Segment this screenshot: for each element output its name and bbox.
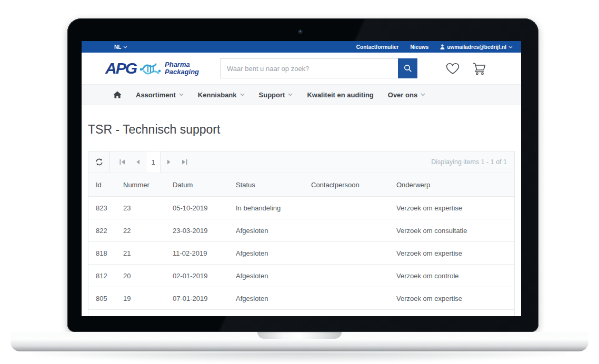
table-cell — [304, 265, 389, 287]
prev-page-button[interactable] — [130, 151, 146, 173]
table-cell — [304, 197, 389, 219]
next-page-button[interactable] — [161, 151, 176, 173]
refresh-icon — [95, 158, 103, 166]
table-cell: 19 — [116, 287, 165, 310]
grid-status-text: Displaying items 1 - 1 of 1 — [431, 158, 514, 166]
browser-viewport: NL Contactformulier Nieuws uwmailadres@b… — [82, 41, 521, 316]
laptop-notch — [257, 332, 342, 339]
column-header-datum[interactable]: Datum — [165, 173, 228, 197]
table-cell — [304, 310, 389, 317]
next-page-icon — [167, 159, 171, 165]
user-icon — [440, 44, 445, 49]
table-cell: Afgesloten — [228, 287, 304, 310]
logo-brand-line1: Pharma — [165, 61, 199, 68]
nav-item-kwaliteit-en-auditing[interactable]: Kwaliteit en auditing — [307, 91, 373, 99]
grid-pager: 1 — [114, 151, 192, 173]
table-cell: 11-02-2019 — [165, 242, 228, 265]
table-cell: 18 — [116, 310, 165, 317]
table-row[interactable]: 8232305-10-2019In behandelingVerzoek om … — [88, 197, 514, 219]
table-cell: Afgesloten — [228, 310, 304, 317]
table-cell: 23 — [116, 197, 165, 219]
table-row[interactable]: 8051907-01-2019AfgeslotenVerzoek om expe… — [88, 287, 514, 310]
language-label: NL — [114, 44, 121, 50]
table-cell: In behandeling — [228, 197, 304, 219]
favorites-button[interactable] — [446, 63, 460, 75]
first-page-button[interactable] — [114, 151, 130, 173]
column-header-nummer[interactable]: Nummer — [116, 173, 165, 197]
table-cell: 801 — [88, 310, 116, 317]
current-page-indicator[interactable]: 1 — [146, 151, 161, 173]
table-cell: Afgesloten — [228, 265, 304, 287]
table-cell: Verzoek om expertise — [389, 197, 514, 219]
cart-button[interactable] — [472, 62, 486, 75]
laptop-reflection — [32, 352, 567, 362]
tsr-table: Id Nummer Datum Status Contactpersoon On… — [88, 173, 514, 316]
table-cell: Verzoek om controle — [389, 265, 514, 287]
table-cell — [304, 287, 389, 310]
column-header-contactpersoon[interactable]: Contactpersoon — [304, 173, 389, 197]
column-header-status[interactable]: Status — [228, 173, 304, 197]
table-cell: 823 — [88, 197, 116, 219]
last-page-button[interactable] — [176, 151, 192, 173]
logo-brand-line2: Packaging — [165, 68, 199, 76]
search-bar — [220, 58, 417, 78]
table-row[interactable]: 8182111-02-2019AfgeslotenVerzoek om expe… — [88, 242, 514, 265]
dna-icon — [139, 60, 162, 76]
nav-item-support[interactable]: Support — [259, 91, 293, 99]
topbar-link-contactformulier[interactable]: Contactformulier — [356, 44, 399, 50]
nav-home[interactable] — [113, 91, 122, 98]
search-input[interactable] — [220, 58, 398, 78]
account-menu[interactable]: uwmailadres@bedrijf.nl — [440, 44, 513, 50]
table-cell: 812 — [88, 265, 116, 287]
table-cell: Verzoek om expertise — [389, 242, 514, 265]
home-icon — [113, 91, 122, 98]
language-selector[interactable]: NL — [114, 44, 127, 50]
table-cell: Afgesloten — [228, 242, 304, 265]
last-page-icon — [182, 159, 187, 165]
chevron-down-icon — [421, 93, 425, 96]
column-header-onderwerp[interactable]: Onderwerp — [389, 173, 514, 197]
main-nav: Assortiment Kennisbank Support Kwaliteit… — [82, 84, 521, 105]
table-cell: Verzoek om expertise — [389, 287, 514, 310]
table-cell: 805 — [88, 287, 116, 310]
table-cell: 22 — [116, 219, 165, 242]
account-email: uwmailadres@bedrijf.nl — [447, 44, 506, 50]
column-header-id[interactable]: Id — [88, 173, 116, 197]
table-cell — [304, 219, 389, 242]
heart-icon — [446, 63, 460, 75]
table-header-row: Id Nummer Datum Status Contactpersoon On… — [88, 173, 514, 197]
grid-toolbar: 1 Displaying items 1 - 1 of 1 — [88, 151, 514, 173]
nav-item-kennisbank[interactable]: Kennisbank — [198, 91, 245, 99]
refresh-button[interactable] — [88, 151, 110, 173]
table-row[interactable]: 8122002-01-2019AfgeslotenVerzoek om cont… — [88, 265, 514, 287]
chevron-down-icon — [179, 93, 184, 96]
table-cell: 20 — [116, 265, 165, 287]
chevron-down-icon — [240, 93, 245, 96]
nav-item-assortiment[interactable]: Assortiment — [136, 91, 184, 99]
table-cell: 21 — [116, 242, 165, 265]
site-header: APG Pharma Packaging — [82, 53, 521, 84]
table-cell: 818 — [88, 242, 116, 265]
chevron-down-icon — [508, 46, 513, 48]
table-row[interactable]: 8011806-12-2018AfgeslotenVerzoek om expe… — [88, 310, 514, 317]
table-cell: 06-12-2018 — [165, 310, 228, 317]
logo-acronym: APG — [105, 60, 136, 76]
table-cell: Verzoek om consultatie — [389, 219, 514, 242]
page-title: TSR - Technisch support — [88, 123, 515, 137]
webcam-dot — [298, 29, 303, 34]
table-cell: 02-01-2019 — [165, 265, 228, 287]
cart-icon — [472, 62, 486, 75]
table-cell: Verzoek om expertise — [389, 310, 514, 317]
site-logo[interactable]: APG Pharma Packaging — [105, 60, 214, 76]
topbar-link-nieuws[interactable]: Nieuws — [410, 44, 428, 50]
search-button[interactable] — [398, 58, 417, 78]
table-cell: 23-03-2019 — [165, 219, 228, 242]
nav-item-over-ons[interactable]: Over ons — [388, 91, 425, 99]
tsr-grid: 1 Displaying items 1 - 1 of 1 — [88, 151, 515, 316]
utility-topbar: NL Contactformulier Nieuws uwmailadres@b… — [82, 41, 521, 53]
prev-page-icon — [136, 159, 140, 165]
table-row[interactable]: 8222223-03-2019AfgeslotenVerzoek om cons… — [88, 219, 514, 242]
chevron-down-icon — [123, 46, 127, 48]
table-cell — [304, 242, 389, 265]
table-cell: 822 — [88, 219, 116, 242]
